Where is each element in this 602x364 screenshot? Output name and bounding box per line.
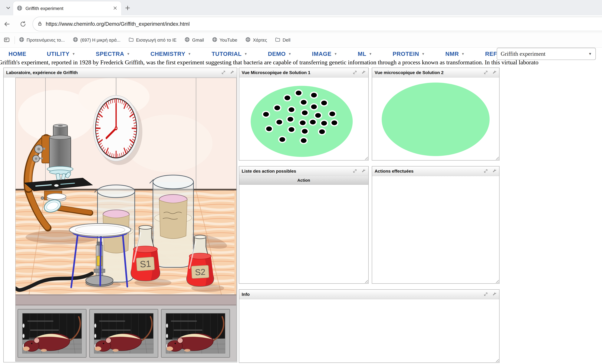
solution1-microscope-view xyxy=(251,86,353,157)
panel-settings-wrench-icon[interactable] xyxy=(492,70,497,75)
bacteria-colony-dot xyxy=(276,120,282,124)
resize-handle[interactable] xyxy=(364,279,368,283)
bacteria-colony-dot xyxy=(311,105,317,109)
globe-icon xyxy=(212,37,217,43)
bacteria-colony-dot xyxy=(280,137,285,142)
panel-expand-icon[interactable] xyxy=(221,70,226,75)
panel-actions-possible-body: Action xyxy=(239,176,368,283)
bacteria-colony-dot xyxy=(302,129,308,134)
panel-lab-body: S1 S2 xyxy=(4,78,237,362)
demo-page-select-value: Griffith experiment xyxy=(501,51,588,57)
bacteria-colony-dot xyxy=(310,120,316,124)
reload-button[interactable] xyxy=(18,19,28,29)
folder-icon xyxy=(129,37,134,43)
browser-toolbar: https://www.cheminfo.org/Demo/Griffith_e… xyxy=(0,15,602,33)
nav-item-ml[interactable]: ML▼ xyxy=(358,51,372,57)
bacteria-colony-dot xyxy=(329,112,335,116)
panel-expand-icon[interactable] xyxy=(483,169,488,174)
address-bar[interactable]: https://www.cheminfo.org/Demo/Griffith_e… xyxy=(32,17,602,31)
panel-solution1-header: Vue Microscopique de Solution 1 xyxy=(239,68,368,77)
bookmarks-separator xyxy=(14,36,15,44)
resize-handle[interactable] xyxy=(364,156,368,160)
bacteria-colony-dot xyxy=(301,100,307,105)
bookmark-label: Εισαγωγή από το IE xyxy=(136,38,177,43)
site-navigation: HOMEUTILITY▼SPECTRA▼CHEMISTRY▼TUTORIAL▼D… xyxy=(0,48,602,60)
resize-handle[interactable] xyxy=(495,359,499,362)
panel-actions-done-body xyxy=(372,176,499,283)
panel-settings-wrench-icon[interactable] xyxy=(361,169,366,174)
nav-item-label: DEMO xyxy=(268,51,286,57)
panel-settings-wrench-icon[interactable] xyxy=(230,70,234,75)
nav-item-label: NMR xyxy=(445,51,459,57)
demo-page-select[interactable]: Griffith experiment ▼ xyxy=(497,48,596,60)
panel-lab: Laboratoire, expérience de Griffith xyxy=(3,68,237,362)
chevron-down-icon: ▼ xyxy=(72,52,75,56)
panel-expand-icon[interactable] xyxy=(483,292,488,297)
solution2-microscope-view xyxy=(382,83,490,156)
url-text: https://www.cheminfo.org/Demo/Griffith_e… xyxy=(46,21,190,27)
panel-expand-icon[interactable] xyxy=(352,70,357,75)
mouse-cage-1[interactable] xyxy=(18,309,86,357)
back-button[interactable] xyxy=(2,19,12,29)
panel-settings-wrench-icon[interactable] xyxy=(492,169,497,174)
bookmark-item[interactable]: Gmail xyxy=(184,37,204,43)
panel-actions-possible-header: Liste des action possibles xyxy=(239,166,368,176)
flask-s1-label: S1 xyxy=(140,258,151,269)
resize-handle[interactable] xyxy=(495,156,499,160)
bookmark-label: Χάρτες xyxy=(253,38,267,43)
nav-item-home[interactable]: HOME xyxy=(9,51,26,57)
nav-item-spectra[interactable]: SPECTRA▼ xyxy=(96,51,130,57)
panel-solution1-body xyxy=(239,78,368,160)
nav-item-label: PROTEIN xyxy=(393,51,419,57)
panel-solution2-title: Vue microscopique de Solution 2 xyxy=(375,70,444,75)
bacteria-colony-dot xyxy=(321,121,327,126)
panel-settings-wrench-icon[interactable] xyxy=(361,70,366,75)
mouse-cage-2[interactable] xyxy=(89,309,158,357)
chevron-down-icon: ▼ xyxy=(421,52,425,56)
chevron-down-icon: ▼ xyxy=(369,52,372,56)
nav-item-label: ML xyxy=(358,51,366,57)
nav-item-protein[interactable]: PROTEIN▼ xyxy=(393,51,425,57)
bookmarks-bar-items: Προτεινόμενες το...(697) Η μικρή αρά...Ε… xyxy=(19,37,290,43)
bacteria-colony-dot xyxy=(319,129,325,134)
panel-info-body xyxy=(239,300,499,363)
panel-info-title: Info xyxy=(242,292,250,297)
nav-item-utility[interactable]: UTILITY▼ xyxy=(47,51,75,57)
bookmarks-panel-icon[interactable] xyxy=(4,37,10,43)
tab-close-icon[interactable] xyxy=(113,5,118,11)
nav-item-nmr[interactable]: NMR▼ xyxy=(445,51,464,57)
bacteria-colony-dot xyxy=(288,117,293,122)
bacteria-colony-dot xyxy=(321,101,327,105)
tab-favicon-globe-icon xyxy=(17,5,22,11)
resize-handle[interactable] xyxy=(495,279,499,283)
tab-search-chevron-icon[interactable] xyxy=(4,4,13,12)
bookmark-item[interactable]: Προτεινόμενες το... xyxy=(19,37,65,43)
nav-item-image[interactable]: IMAGE▼ xyxy=(312,51,337,57)
bacteria-colony-dot xyxy=(266,127,272,131)
panel-settings-wrench-icon[interactable] xyxy=(492,292,497,297)
bookmark-item[interactable]: Dell xyxy=(275,37,290,43)
bookmark-label: (697) Η μικρή αρά... xyxy=(80,38,120,43)
bookmark-item[interactable]: Εισαγωγή από το IE xyxy=(129,37,177,43)
browser-tab[interactable]: Griffith experiment xyxy=(13,1,121,15)
bacteria-colony-dot xyxy=(311,93,317,97)
site-security-lock-icon[interactable] xyxy=(37,21,43,27)
action-table-column-header[interactable]: Action xyxy=(239,176,368,185)
nav-item-chemistry[interactable]: CHEMISTRY▼ xyxy=(150,51,191,57)
panel-expand-icon[interactable] xyxy=(352,169,357,174)
panel-expand-icon[interactable] xyxy=(483,70,488,75)
new-tab-button[interactable] xyxy=(123,4,132,12)
globe-icon xyxy=(19,37,24,43)
nav-item-tutorial[interactable]: TUTORIAL▼ xyxy=(212,51,247,57)
panel-solution1: Vue Microscopique de Solution 1 xyxy=(239,68,369,161)
nav-item-demo[interactable]: DEMO▼ xyxy=(268,51,291,57)
bookmark-item[interactable]: YouTube xyxy=(212,37,237,43)
nav-item-label: SPECTRA xyxy=(96,51,124,57)
bookmark-item[interactable]: Χάρτες xyxy=(245,37,267,43)
panel-info: Info xyxy=(239,289,499,363)
bookmark-item[interactable]: (697) Η μικρή αρά... xyxy=(73,37,120,43)
virtual-lab-scene[interactable]: S1 S2 xyxy=(15,78,236,362)
folder-icon xyxy=(275,37,280,43)
globe-icon xyxy=(73,37,78,43)
mouse-cage-3[interactable] xyxy=(161,309,230,357)
